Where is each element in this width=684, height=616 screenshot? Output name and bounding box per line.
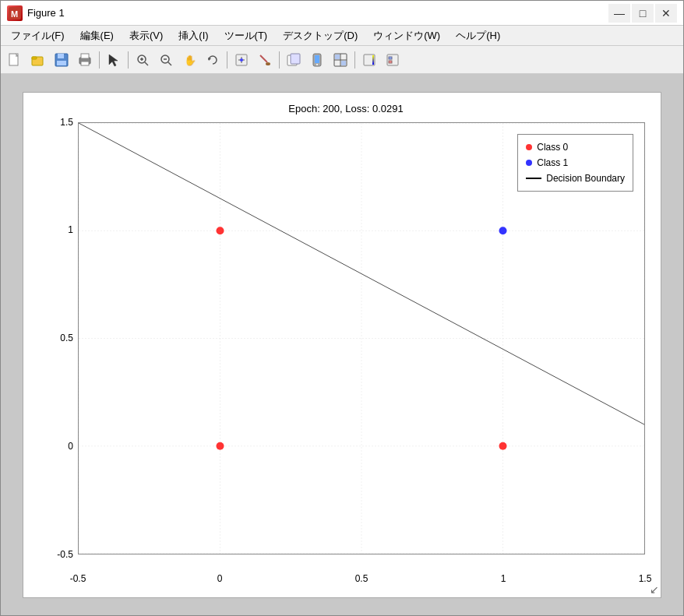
svg-rect-28 [291, 54, 300, 64]
svg-text:M: M [11, 9, 18, 19]
legend-boundary-label: Decision Boundary [546, 171, 625, 186]
insert-colorbar-icon [362, 53, 376, 67]
svg-rect-35 [335, 55, 340, 59]
axes-outer: Epoch: 200, Loss: 0.0291 1.5 1 0.5 0 -0.… [39, 100, 653, 586]
toolbar: ✋ [1, 46, 683, 74]
svg-rect-10 [81, 62, 89, 65]
xlabel-1_5: 1.5 [639, 573, 652, 584]
minimize-button[interactable]: — [608, 4, 630, 23]
svg-rect-36 [341, 61, 346, 65]
menubar: ファイル(F) 編集(E) 表示(V) 挿入(I) ツール(T) デスクトップ(… [1, 26, 683, 46]
device-button[interactable] [306, 49, 328, 71]
menu-edit[interactable]: 編集(E) [73, 26, 121, 45]
pointer-button[interactable] [103, 49, 125, 71]
new-file-button[interactable] [4, 49, 26, 71]
menu-help[interactable]: ヘルプ(H) [449, 26, 507, 45]
pan-button[interactable]: ✋ [178, 49, 200, 71]
xaxis-labels: -0.5 0 0.5 1 1.5 [78, 554, 645, 586]
class0-point-10 [499, 442, 507, 449]
svg-rect-39 [387, 55, 398, 65]
svg-point-24 [240, 58, 243, 62]
copy-figure-button[interactable] [283, 49, 305, 71]
ylabel-neg0_5: -0.5 [57, 549, 73, 560]
svg-rect-4 [32, 57, 37, 59]
svg-point-31 [316, 64, 318, 65]
zoom-out-icon [159, 53, 173, 67]
insert-legend-icon [386, 53, 400, 67]
brush-button[interactable] [254, 49, 276, 71]
plot-container: Epoch: 200, Loss: 0.0291 1.5 1 0.5 0 -0.… [23, 92, 661, 598]
menu-window[interactable]: ウィンドウ(W) [366, 26, 447, 45]
svg-line-25 [260, 55, 267, 62]
brush-icon [258, 53, 272, 67]
svg-rect-6 [58, 54, 64, 58]
data-cursor-icon [234, 53, 249, 67]
ylabel-1: 1 [68, 224, 73, 235]
figure-area: Epoch: 200, Loss: 0.0291 1.5 1 0.5 0 -0.… [1, 74, 683, 615]
menu-desktop[interactable]: デスクトップ(D) [276, 26, 365, 45]
window-controls: — □ ✕ [608, 4, 677, 23]
scroll-indicator: ↙ [650, 583, 659, 596]
svg-rect-9 [81, 54, 89, 58]
legend: Class 0 Class 1 Decision Boundary [517, 134, 633, 192]
legend-class0: Class 0 [526, 139, 625, 155]
svg-rect-38 [372, 55, 374, 65]
legend-boundary-line [526, 178, 541, 179]
save-button[interactable] [51, 49, 72, 71]
xlabel-neg0_5: -0.5 [70, 573, 86, 584]
class1-point-11 [499, 227, 507, 234]
menu-insert[interactable]: 挿入(I) [171, 26, 215, 45]
menu-view[interactable]: 表示(V) [122, 26, 170, 45]
legend-class1-dot [526, 160, 532, 166]
plot-title: Epoch: 200, Loss: 0.0291 [39, 100, 653, 118]
layout-icon [333, 53, 347, 67]
new-file-icon [8, 53, 22, 67]
ylabel-1_5: 1.5 [60, 117, 73, 128]
axes-inner: Class 0 Class 1 Decision Boundary [78, 122, 645, 554]
ylabel-0_5: 0.5 [60, 333, 73, 343]
separator-4 [279, 51, 280, 69]
zoom-out-button[interactable] [155, 49, 177, 71]
layout-button[interactable] [330, 49, 351, 71]
insert-legend-button[interactable] [382, 49, 404, 71]
save-icon [55, 53, 69, 67]
main-window: M Figure 1 — □ ✕ ファイル(F) 編集(E) 表示(V) 挿入(… [0, 0, 684, 616]
close-button[interactable]: ✕ [655, 4, 677, 23]
pointer-icon [107, 53, 121, 67]
svg-point-26 [266, 62, 270, 65]
separator-1 [99, 51, 100, 69]
legend-boundary: Decision Boundary [526, 171, 625, 186]
svg-line-13 [145, 62, 148, 65]
menu-file[interactable]: ファイル(F) [4, 26, 72, 45]
maximize-button[interactable]: □ [632, 4, 654, 23]
legend-class0-label: Class 0 [537, 139, 568, 155]
xlabel-0: 0 [217, 573, 223, 584]
class0-point-00 [217, 442, 224, 449]
copy-figure-icon [287, 53, 301, 67]
svg-rect-7 [57, 61, 66, 65]
menu-tools[interactable]: ツール(T) [217, 26, 275, 45]
zoom-in-button[interactable] [132, 49, 153, 71]
svg-rect-30 [315, 55, 319, 63]
rotate-icon [206, 53, 220, 67]
data-cursor-button[interactable] [231, 49, 252, 71]
open-button[interactable] [27, 49, 49, 71]
rotate-button[interactable] [202, 49, 224, 71]
pan-icon: ✋ [182, 53, 196, 67]
legend-class1: Class 1 [526, 155, 625, 171]
legend-class0-dot [526, 144, 532, 150]
window-title: Figure 1 [27, 7, 608, 19]
ylabel-0: 0 [68, 441, 73, 452]
print-button[interactable] [74, 49, 96, 71]
separator-5 [354, 51, 355, 69]
print-icon [78, 53, 92, 67]
svg-marker-20 [208, 58, 211, 61]
open-icon [31, 53, 45, 67]
insert-colorbar-button[interactable] [358, 49, 380, 71]
zoom-in-icon [136, 53, 150, 67]
xlabel-0_5: 0.5 [355, 573, 368, 584]
separator-3 [227, 51, 227, 69]
class0-point-01 [217, 227, 224, 234]
svg-marker-11 [109, 55, 118, 66]
svg-rect-40 [389, 57, 392, 59]
